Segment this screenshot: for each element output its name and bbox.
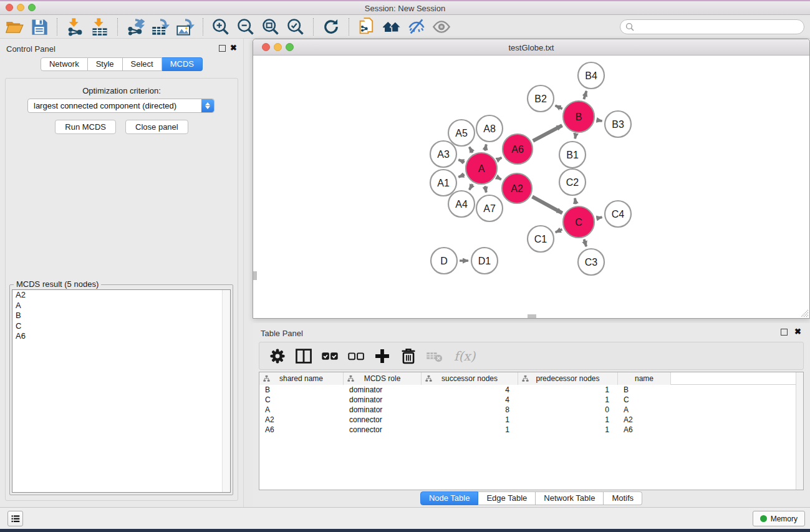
memory-button[interactable]: Memory [753, 511, 805, 526]
edge-A-A7[interactable] [485, 186, 486, 192]
refresh-view-icon[interactable] [322, 17, 340, 36]
result-item[interactable]: A2 [12, 290, 230, 301]
result-item[interactable]: B [12, 311, 230, 321]
table-scrollbar-track[interactable] [796, 372, 803, 490]
float-panel-button[interactable] [219, 45, 226, 52]
table-cell[interactable]: B [259, 385, 344, 395]
zoom-out-icon[interactable] [236, 17, 255, 36]
criterion-select[interactable]: largest connected component (directed) [27, 99, 215, 113]
table-cell[interactable]: A6 [618, 425, 671, 435]
table-cell[interactable]: 0 [518, 405, 618, 415]
edge-B-B4[interactable] [584, 91, 586, 99]
table-cell[interactable]: 1 [422, 415, 518, 425]
table-cell[interactable]: 4 [422, 385, 518, 395]
table-cell[interactable]: B [618, 385, 671, 395]
scrollbar-track[interactable] [222, 290, 230, 492]
resize-grip-icon[interactable] [801, 309, 809, 317]
table-cell[interactable]: dominator [344, 395, 422, 405]
export-network-icon[interactable] [126, 17, 145, 36]
vertical-scroll-thumb[interactable] [253, 271, 257, 280]
table-cell[interactable]: A [618, 405, 671, 415]
close-table-panel-button[interactable]: ✖ [794, 327, 801, 337]
table-cell[interactable]: 1 [518, 425, 618, 435]
close-panel-button[interactable]: ✖ [230, 43, 237, 53]
edge-A-A6[interactable] [498, 158, 502, 160]
table-cell[interactable]: 8 [422, 405, 518, 415]
edge-C-C4[interactable] [596, 217, 602, 218]
table-cell[interactable]: A2 [259, 415, 344, 425]
table-cell[interactable]: dominator [344, 405, 422, 415]
edge-C-C3[interactable] [584, 239, 587, 247]
export-table-icon[interactable] [151, 17, 170, 36]
table-cell[interactable]: connector [344, 425, 422, 435]
zoom-selected-icon[interactable] [286, 17, 305, 36]
home-icon[interactable] [382, 17, 401, 36]
mcds-result-list[interactable]: A2ABCA6 [12, 289, 231, 493]
show-eye-icon[interactable] [432, 17, 451, 36]
tab-edge-table[interactable]: Edge Table [478, 491, 536, 505]
table-cell[interactable]: 1 [422, 425, 518, 435]
import-network-icon[interactable] [65, 17, 84, 36]
tab-mcds[interactable]: MCDS [162, 57, 203, 71]
table-row[interactable]: Adominator80A [259, 405, 803, 415]
search-input[interactable] [634, 21, 804, 33]
delete-column-icon[interactable] [399, 347, 418, 365]
export-image-icon[interactable] [176, 17, 195, 36]
function-builder-button[interactable]: f(x) [454, 349, 475, 364]
tab-network-table[interactable]: Network Table [536, 491, 604, 505]
edge-B-B2[interactable] [556, 105, 562, 109]
edge-B-B3[interactable] [597, 120, 602, 121]
settings-gear-icon[interactable] [268, 347, 287, 365]
tab-motifs[interactable]: Motifs [604, 491, 642, 505]
tab-network[interactable]: Network [41, 57, 88, 71]
table-cell[interactable]: A [259, 405, 344, 415]
column-header-successor-nodes[interactable]: successor nodes [422, 372, 518, 385]
zoom-in-icon[interactable] [211, 17, 230, 36]
result-item[interactable]: A [12, 301, 230, 311]
table-row[interactable]: A2connector11A2 [259, 415, 803, 425]
edge-A2-C[interactable] [533, 196, 562, 213]
table-cell[interactable]: 1 [518, 415, 618, 425]
edge-A-A4[interactable] [470, 184, 473, 190]
select-all-icon[interactable] [321, 347, 339, 365]
table-cell[interactable]: C [259, 395, 344, 405]
tab-style[interactable]: Style [88, 57, 123, 71]
table-cell[interactable]: 1 [518, 395, 618, 405]
edge-C-C1[interactable] [556, 230, 562, 233]
column-header-name[interactable]: name [618, 372, 671, 385]
tab-select[interactable]: Select [123, 57, 162, 71]
edge-A-A8[interactable] [485, 145, 486, 151]
zoom-fit-icon[interactable] [261, 17, 280, 36]
add-column-icon[interactable] [373, 347, 392, 365]
table-cell[interactable]: A2 [618, 415, 671, 425]
table-cell[interactable]: connector [344, 415, 422, 425]
edge-A-A2[interactable] [497, 177, 501, 180]
network-canvas[interactable]: B4B2BB3A5A8A6B1A3AC2A1A2A4A7C4CC1C3DD1 [253, 56, 809, 318]
float-table-panel-button[interactable] [781, 329, 788, 336]
table-cell[interactable]: A6 [259, 425, 344, 435]
table-row[interactable]: Cdominator41C [259, 395, 803, 405]
deselect-all-icon[interactable] [347, 347, 365, 365]
edge-B-B1[interactable] [575, 135, 576, 139]
column-header-mcds-role[interactable]: MCDS role [344, 372, 422, 385]
edge-A-A3[interactable] [458, 160, 465, 162]
edge-A-A1[interactable] [458, 175, 465, 177]
table-cell[interactable]: 4 [422, 395, 518, 405]
hide-eye-icon[interactable] [407, 17, 426, 36]
close-panel-button-2[interactable]: Close panel [125, 120, 188, 134]
table-cell[interactable]: 1 [518, 385, 618, 395]
import-table-icon[interactable] [90, 17, 109, 36]
tab-node-table[interactable]: Node Table [420, 491, 479, 505]
duplicate-network-icon[interactable] [357, 17, 376, 36]
result-item[interactable]: A6 [12, 331, 230, 342]
horizontal-scroll-thumb[interactable] [528, 314, 536, 318]
table-cell[interactable]: C [618, 395, 671, 405]
save-session-icon[interactable] [30, 17, 49, 36]
table-row[interactable]: Bdominator41B [259, 385, 803, 395]
delete-table-icon[interactable] [425, 347, 444, 365]
column-header-predecessor-nodes[interactable]: predecessor nodes [518, 372, 618, 385]
open-file-icon[interactable] [5, 17, 24, 36]
table-cell[interactable]: dominator [344, 385, 422, 395]
run-mcds-button[interactable]: Run MCDS [55, 120, 116, 134]
column-header-shared-name[interactable]: shared name [259, 372, 344, 385]
